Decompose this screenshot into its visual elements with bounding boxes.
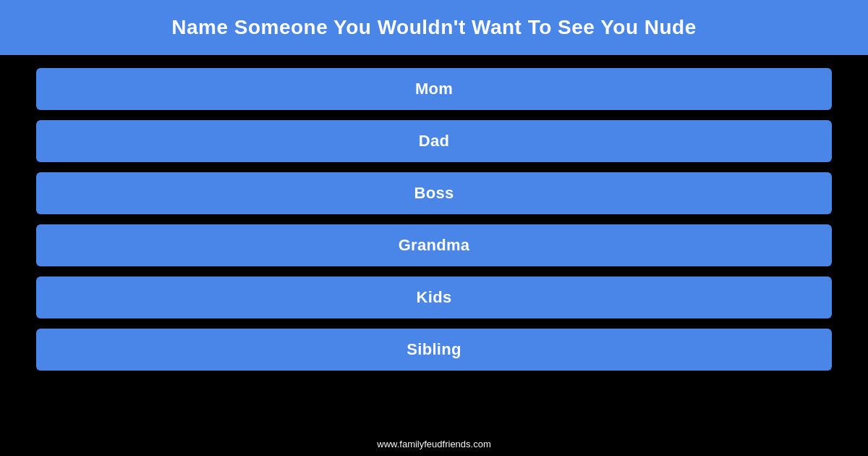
question-header: Name Someone You Wouldn't Want To See Yo… <box>0 0 868 55</box>
answer-button-3[interactable]: Boss <box>36 172 832 214</box>
answer-label-2: Dad <box>419 132 449 150</box>
answer-label-1: Mom <box>415 80 453 98</box>
answer-label-4: Grandma <box>399 236 470 254</box>
answers-list: Mom Dad Boss Grandma Kids Sibling <box>0 55 868 378</box>
footer: www.familyfeudfriends.com <box>0 437 868 450</box>
answer-button-2[interactable]: Dad <box>36 120 832 162</box>
answer-label-3: Boss <box>414 184 454 202</box>
answer-button-1[interactable]: Mom <box>36 68 832 110</box>
question-title: Name Someone You Wouldn't Want To See Yo… <box>14 16 854 39</box>
answer-label-5: Kids <box>417 288 452 306</box>
answer-label-6: Sibling <box>407 340 461 358</box>
answer-button-6[interactable]: Sibling <box>36 329 832 371</box>
answer-button-5[interactable]: Kids <box>36 276 832 318</box>
footer-url: www.familyfeudfriends.com <box>377 439 491 449</box>
answer-button-4[interactable]: Grandma <box>36 224 832 266</box>
